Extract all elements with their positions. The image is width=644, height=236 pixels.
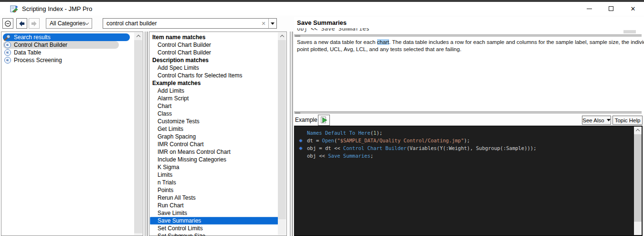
result-item-save-limits[interactable]: Save Limits — [150, 209, 279, 217]
sidebar-item-data-table[interactable]: «Data Table — [3, 49, 133, 56]
scrollbar-thumb[interactable] — [278, 40, 286, 219]
result-item-control-charts-for-selected-items[interactable]: Control Charts for Selected Items — [150, 72, 279, 79]
code-line: ◆obj = dt << Control Chart Builder(Varia… — [295, 144, 642, 152]
result-item-customize-tests[interactable]: Customize Tests — [150, 118, 279, 125]
result-item-include-missing-categories[interactable]: Include Missing Categories — [150, 156, 279, 163]
description-line: point plotted, UCL, Avg, LCL, and any te… — [294, 46, 644, 53]
code-token: ; — [370, 153, 373, 159]
result-item-imr-control-chart[interactable]: IMR Control Chart — [150, 140, 279, 148]
splitter-grip[interactable] — [623, 30, 636, 33]
description-text: Saves a new data table for each chart. T… — [294, 37, 644, 111]
topic-help-button[interactable]: Topic Help — [612, 116, 643, 125]
code-line: obj << Save Summaries; — [295, 152, 642, 160]
topic-help-label: Topic Help — [615, 118, 641, 123]
scripting-index-window: Scripting Index - JMP Pro ✕ All Categori… — [0, 0, 644, 236]
code-token: "$SAMPLE_DATA/Quality Control/Coating.jm… — [337, 138, 464, 143]
dropdown-arrow-icon — [271, 22, 274, 25]
sidebar-item-search-results[interactable]: Search results — [3, 33, 130, 41]
result-item-control-chart-builder[interactable]: Control Chart Builder — [150, 41, 279, 49]
double-chevron-icon: « — [4, 42, 11, 49]
search-icon — [4, 34, 11, 41]
example-header-row: Example See Also Topic Help — [294, 114, 644, 126]
maximize-button[interactable] — [600, 2, 622, 15]
result-item-add-spec-limits[interactable]: Add Spec Limits — [150, 64, 279, 72]
code-line: ◆dt = Open("$SAMPLE_DATA/Quality Control… — [295, 137, 642, 144]
code-token: (Variables(Y(:Weight), Subgroup(:Sample)… — [407, 145, 537, 151]
back-button[interactable] — [16, 18, 27, 29]
see-also-dropdown[interactable]: See Also — [582, 116, 611, 125]
example-splitter[interactable] — [294, 111, 642, 114]
scrollbar-thumb[interactable] — [134, 40, 142, 233]
double-chevron-glyph: « — [4, 57, 11, 64]
double-chevron-glyph: « — [4, 49, 11, 56]
clear-search-icon[interactable]: ✕ — [259, 19, 268, 28]
code-token: ); — [376, 130, 382, 136]
detail-panel: Save Summaries obj << Save Summaries Sav… — [294, 17, 644, 236]
search-term-highlight: chart — [377, 39, 390, 45]
result-item-get-limits[interactable]: Get Limits — [150, 125, 279, 133]
example-code-editor[interactable]: Names Default To Here(1);◆dt = Open("$SA… — [294, 126, 643, 236]
result-item-alarm-script[interactable]: Alarm Script — [150, 95, 279, 102]
circled-minus-icon — [4, 20, 11, 27]
splitter-grip — [295, 112, 300, 114]
results-section-header-item-name-matches: Item name matches — [150, 33, 279, 41]
search-input[interactable] — [103, 19, 259, 28]
scroll-up-icon[interactable] — [278, 32, 286, 40]
result-item-control-chart-builder[interactable]: Control Chart Builder — [150, 49, 279, 56]
code-token: ); — [464, 138, 470, 143]
result-item-add-limits[interactable]: Add Limits — [150, 87, 279, 95]
panel-splitter-vertical[interactable] — [292, 32, 293, 236]
results-scrollbar[interactable] — [278, 32, 286, 235]
sidebar-item-process-screening[interactable]: «Process Screening — [3, 56, 133, 64]
result-item-n-trials[interactable]: n Trials — [150, 179, 279, 186]
sidebar-item-control-chart-builder[interactable]: «Control Chart Builder — [3, 41, 119, 49]
result-item-limits[interactable]: Limits — [150, 171, 279, 179]
close-icon: ✕ — [631, 6, 636, 12]
double-chevron-icon: « — [4, 57, 11, 64]
code-token: Names Default To Here — [307, 130, 370, 136]
results-section-header-description-matches: Description matches — [150, 56, 279, 64]
sidebar-item-label: Data Table — [14, 49, 41, 56]
clipped-syntax-line: obj << Save Summaries — [297, 28, 370, 34]
result-item-k-sigma[interactable]: K Sigma — [150, 163, 279, 171]
result-item-set-subgroup-size[interactable]: Set Subgroup Size — [150, 232, 279, 236]
dropdown-arrow-icon — [607, 119, 611, 121]
category-dropdown[interactable]: All Categories — [46, 18, 92, 29]
scroll-up-icon[interactable] — [634, 127, 642, 134]
window-controls: ✕ — [578, 2, 644, 15]
search-history-dropdown[interactable] — [268, 19, 276, 28]
left-panel-list: Search results«Control Chart Builder«Dat… — [3, 33, 133, 64]
search-combobox: ✕ — [103, 18, 277, 29]
forward-button-disabled[interactable] — [29, 18, 40, 29]
run-example-button[interactable] — [318, 115, 330, 126]
collapse-all-button[interactable] — [2, 18, 13, 29]
panel-splitter-vertical[interactable] — [290, 32, 291, 236]
title-bar: Scripting Index - JMP Pro ✕ — [0, 2, 644, 15]
panel-splitter-vertical[interactable] — [147, 32, 148, 236]
result-item-run-chart[interactable]: Run Chart — [150, 202, 279, 209]
result-item-chart[interactable]: Chart — [150, 102, 279, 110]
code-token: dt = — [307, 138, 322, 143]
result-item-class[interactable]: Class — [150, 110, 279, 118]
close-button[interactable]: ✕ — [622, 2, 644, 15]
minimize-button[interactable] — [578, 2, 600, 15]
result-item-graph-spacing[interactable]: Graph Spacing — [150, 133, 279, 140]
code-token: Save Summaries — [328, 153, 370, 159]
category-dropdown-label: All Categories — [50, 20, 85, 27]
result-item-rerun-all-tests[interactable]: Rerun All Tests — [150, 194, 279, 202]
scrollbar-thumb[interactable] — [634, 134, 642, 222]
result-item-points[interactable]: Points — [150, 186, 279, 194]
code-scrollbar[interactable] — [634, 127, 642, 235]
code-lines: Names Default To Here(1);◆dt = Open("$SA… — [295, 129, 642, 160]
categories-scrollbar[interactable] — [134, 32, 142, 235]
statement-marker-icon: ◆ — [295, 144, 307, 152]
sidebar-item-label: Control Chart Builder — [14, 42, 67, 48]
sidebar-item-label: Process Screening — [14, 57, 62, 64]
see-also-label: See Also — [582, 118, 604, 123]
panel-splitter-vertical[interactable] — [145, 32, 146, 236]
scroll-up-icon[interactable] — [134, 32, 142, 40]
result-item-imr-on-means-control-chart[interactable]: IMR on Means Control Chart — [150, 148, 279, 156]
code-token: Control Chart Builder — [343, 145, 407, 151]
result-item-set-control-limits[interactable]: Set Control Limits — [150, 225, 279, 232]
result-item-save-summaries[interactable]: Save Summaries — [150, 217, 279, 225]
